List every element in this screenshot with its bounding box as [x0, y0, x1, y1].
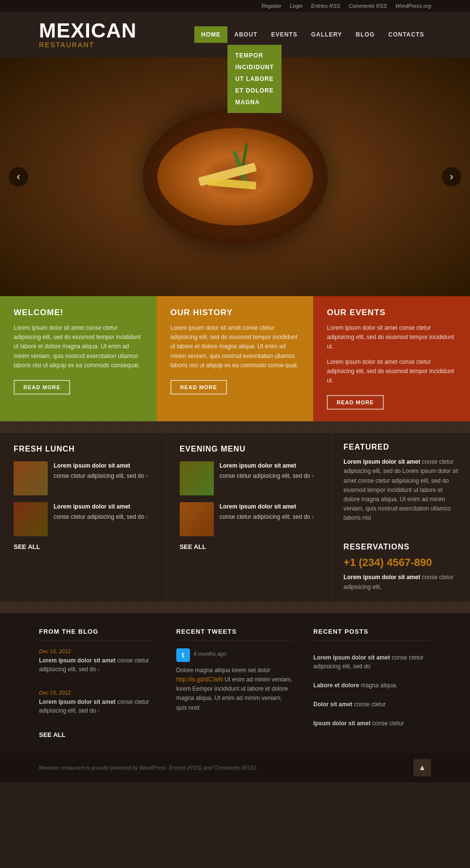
- events-title: OUR EVENTS: [327, 308, 456, 318]
- fresh-lunch-item-0: Lorem ipsum dolor sit amet conse ctetur …: [14, 461, 152, 495]
- nav-gallery[interactable]: GALLERY: [304, 26, 349, 43]
- history-title: OUR HISTORY: [170, 308, 300, 318]
- evening-menu-text-0: Lorem ipsum dolor sit amet conse ctetur …: [220, 461, 314, 495]
- blog-item-1: Dec 15, 2012 Lorem ipsum dolor sit amet …: [39, 690, 157, 723]
- reservations-box: RESERVATIONS +1 (234) 4567-890 Lorem ips…: [332, 533, 470, 601]
- wordpress-link[interactable]: WordPress.org: [395, 3, 431, 9]
- dropdown-item-2[interactable]: UT LABORE: [227, 73, 282, 85]
- comments-rss-link[interactable]: Comments RSS: [349, 3, 387, 9]
- featured-box: FEATURED Lorem ipsum dolor sit amet cons…: [332, 433, 470, 533]
- history-box: OUR HISTORY Lorem ipsum dolor sit amet c…: [157, 296, 314, 421]
- history-text: Lorem ipsum dolor sit amet conse ctetur …: [170, 323, 300, 370]
- recent-post-2: Dolor sit amet conse ctetur: [313, 695, 431, 714]
- evening-menu-image-1: [180, 502, 214, 536]
- history-read-more[interactable]: READ MORE: [170, 380, 227, 395]
- evening-menu-item-0: Lorem ipsum dolor sit amet conse ctetur …: [180, 461, 318, 495]
- welcome-read-more[interactable]: READ MORE: [14, 380, 70, 395]
- blog-title: FROM THE BLOG: [39, 628, 157, 641]
- evening-menu-image-0: [180, 461, 214, 495]
- scroll-top-button[interactable]: ▲: [414, 759, 431, 776]
- recent-post-1: Labore et dolore magna aliqua.: [313, 676, 431, 695]
- phone-number: +1 (234) 4567-890: [343, 556, 458, 569]
- blog-col: FROM THE BLOG Dec 15, 2012 Lorem ipsum d…: [39, 628, 157, 738]
- evening-menu-item-1: Lorem ipsum dolor sit amet conse ctetur …: [180, 502, 318, 536]
- blog-section: FROM THE BLOG Dec 15, 2012 Lorem ipsum d…: [0, 613, 470, 753]
- logo-title: MEXICAN: [39, 20, 137, 41]
- blog-date-1: Dec 15, 2012: [39, 690, 157, 696]
- blog-see-all[interactable]: See all: [39, 731, 157, 738]
- twitter-icon: t: [176, 648, 190, 662]
- footer-bottom: Mexican restaurant is proudly powered by…: [0, 753, 470, 782]
- nav-contacts[interactable]: CONTACTS: [381, 26, 431, 43]
- recent-posts-title: RECENT POSTS: [313, 628, 431, 641]
- logo: MEXICAN RESTAURANT: [39, 20, 137, 49]
- footer-copyright: Mexican restaurant is proudly powered by…: [39, 765, 257, 771]
- nav-dropdown: TEMPOR INCIDIDUNT UT LABORE ET DOLORE MA…: [227, 45, 282, 113]
- logo-subtitle: RESTAURANT: [39, 41, 137, 49]
- menu-section: FRESH LUNCH Lorem ipsum dolor sit amet c…: [0, 433, 470, 602]
- dish: [143, 109, 328, 245]
- reservations-title: RESERVATIONS: [343, 543, 458, 551]
- tweets-title: RECENT TWEETS: [176, 628, 294, 641]
- tweet-header: t 6 months ago: [176, 648, 294, 662]
- blog-text-0: Lorem ipsum dolor sit amet conse ctetur …: [39, 656, 157, 674]
- welcome-title: WELCOME!: [14, 308, 143, 318]
- featured-title: FEATURED: [343, 443, 458, 452]
- slider-prev-button[interactable]: ‹: [9, 167, 28, 187]
- fresh-lunch-image-1: [14, 502, 48, 536]
- events-text-2: Lorem ipsum dolor sit amet conse ctetur …: [327, 358, 456, 386]
- nav-home[interactable]: HOME: [194, 26, 227, 43]
- side-column: FEATURED Lorem ipsum dolor sit amet cons…: [332, 433, 470, 602]
- info-boxes-row: WELCOME! Lorem ipsum dolor sit amet cons…: [0, 296, 470, 421]
- register-link[interactable]: Register: [262, 3, 282, 9]
- nav-blog[interactable]: BLOG: [349, 26, 382, 43]
- events-read-more[interactable]: READ MORE: [327, 395, 383, 410]
- recent-post-3: Ipsum dolor sit amet conse ctetur: [313, 714, 431, 733]
- slider-next-button[interactable]: ›: [442, 167, 461, 187]
- welcome-text: Lorem ipsum dolor sit amet conse ctetur …: [14, 323, 143, 370]
- header: MEXICAN RESTAURANT HOME TEMPOR INCIDIDUN…: [0, 12, 470, 57]
- footer-separator: [0, 602, 470, 613]
- fresh-lunch-item-1: Lorem ipsum dolor sit amet conse ctetur …: [14, 502, 152, 536]
- separator-1: [0, 421, 470, 433]
- dropdown-item-0[interactable]: TEMPOR: [227, 50, 282, 61]
- fresh-lunch-image-0: [14, 461, 48, 495]
- blog-date-0: Dec 15, 2012: [39, 648, 157, 654]
- events-text-1: Lorem ipsum dolor sit amet conse ctetur …: [327, 323, 456, 352]
- login-link[interactable]: Login: [290, 3, 303, 9]
- featured-text: Lorem ipsum dolor sit amet conse ctetur …: [343, 457, 458, 523]
- evening-menu-text-1: Lorem ipsum dolor sit amet conse ctetur …: [220, 502, 314, 536]
- blog-more-0[interactable]: ›: [98, 666, 100, 672]
- blog-text-1: Lorem ipsum dolor sit amet conse ctetur …: [39, 698, 157, 715]
- fresh-lunch-see-all[interactable]: SEE ALL: [14, 543, 152, 550]
- tweet-link[interactable]: http://is.gd/dC3eN: [176, 676, 223, 683]
- reservations-text: Lorem ipsum dolor sit amet conse ctetur …: [343, 573, 458, 591]
- recent-post-0: Lorem ipsum dolor sit amet conse ctetur …: [313, 648, 431, 676]
- dropdown-item-4[interactable]: MAGNA: [227, 96, 282, 108]
- nav-events[interactable]: EVENTS: [264, 26, 304, 43]
- blog-more-1[interactable]: ›: [98, 708, 100, 714]
- tweet-content: Dolore magna aliqua lorem set dolor http…: [176, 666, 294, 713]
- dropdown-item-3[interactable]: ET DOLORE: [227, 85, 282, 96]
- recent-posts-col: RECENT POSTS Lorem ipsum dolor sit amet …: [313, 628, 431, 738]
- tweet-time: 6 months ago: [194, 651, 226, 657]
- nav-about[interactable]: ABOUT: [227, 26, 264, 43]
- fresh-lunch-text-0: Lorem ipsum dolor sit amet conse ctetur …: [54, 461, 148, 495]
- welcome-box: WELCOME! Lorem ipsum dolor sit amet cons…: [0, 296, 157, 421]
- main-nav: HOME TEMPOR INCIDIDUNT UT LABORE ET DOLO…: [194, 26, 431, 43]
- entries-rss-link[interactable]: Entries RSS: [311, 3, 340, 9]
- tweets-col: RECENT TWEETS t 6 months ago Dolore magn…: [176, 628, 294, 738]
- events-box: OUR EVENTS Lorem ipsum dolor sit amet co…: [313, 296, 470, 421]
- fresh-lunch-text-1: Lorem ipsum dolor sit amet conse ctetur …: [54, 502, 148, 536]
- evening-menu-see-all[interactable]: SEE ALL: [180, 543, 318, 550]
- evening-menu-title: EVENING MENU: [180, 445, 318, 453]
- evening-menu-col: EVENING MENU Lorem ipsum dolor sit amet …: [166, 433, 332, 602]
- fresh-lunch-title: FRESH LUNCH: [14, 445, 152, 453]
- fresh-lunch-col: FRESH LUNCH Lorem ipsum dolor sit amet c…: [0, 433, 166, 602]
- dropdown-item-1[interactable]: INCIDIDUNT: [227, 61, 282, 73]
- blog-item-0: Dec 15, 2012 Lorem ipsum dolor sit amet …: [39, 648, 157, 682]
- top-bar: Register Login Entries RSS Comments RSS …: [0, 0, 470, 12]
